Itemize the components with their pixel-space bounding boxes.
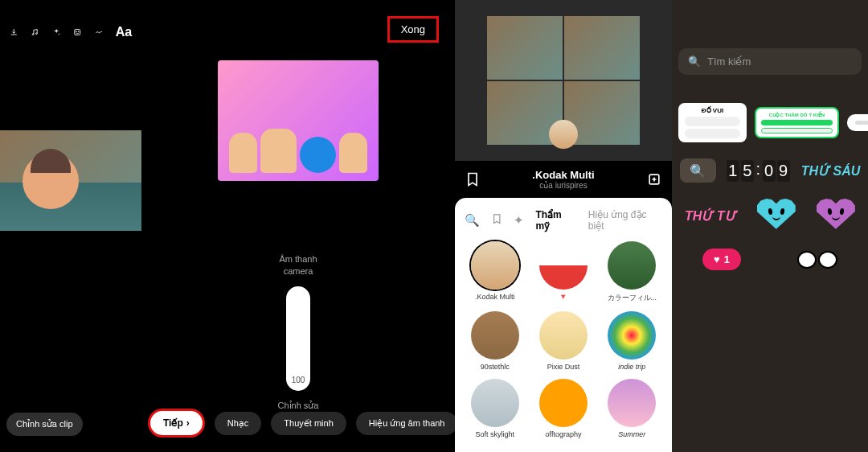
tab-narration[interactable]: Thuyết minh	[271, 412, 346, 435]
effect-item-name: offtography	[533, 430, 593, 438]
effect-item-name: .Kodak Multi	[465, 293, 525, 301]
quiz-sticker[interactable]: ĐỐ VUI	[678, 103, 747, 142]
chevron-right-icon: ›	[186, 417, 190, 429]
sticker-icon[interactable]	[73, 24, 81, 40]
tab-special[interactable]: Hiệu ứng đặc biệt	[588, 209, 662, 232]
effect-item[interactable]: Pixie Dust	[533, 311, 593, 371]
preview-characters	[218, 60, 379, 181]
effect-item[interactable]: indie trip	[602, 311, 662, 371]
like-badge-sticker[interactable]: ♥ 1	[702, 249, 741, 270]
done-button[interactable]: Xong	[387, 16, 439, 43]
effect-item-name: Pixie Dust	[533, 363, 593, 371]
add-to-collection-icon[interactable]	[646, 171, 662, 187]
music-icon[interactable]	[31, 24, 39, 40]
effect-thumb	[539, 311, 588, 360]
tab-sound-effect[interactable]: Hiệu ứng âm thanh	[356, 412, 458, 435]
effect-item-name: indie trip	[602, 363, 662, 371]
effect-thumb	[539, 241, 588, 290]
volume-slider[interactable]: 100	[286, 286, 310, 391]
text-icon[interactable]: Aa	[116, 24, 132, 40]
effect-author: của iurispires	[481, 181, 646, 190]
search-sticker[interactable]: 🔍	[680, 158, 716, 183]
video-preview[interactable]	[0, 130, 141, 231]
next-button[interactable]: Tiếp ›	[148, 409, 205, 438]
effect-item[interactable]: Summer	[602, 379, 662, 438]
slider-value: 100	[292, 376, 305, 384]
sparkle-icon[interactable]	[52, 24, 60, 40]
video-preview[interactable]	[218, 60, 379, 181]
emoji-slider-sticker[interactable]	[847, 114, 868, 131]
effect-item[interactable]: 90stethlc	[465, 311, 525, 371]
heart-sticker-purple[interactable]	[817, 199, 855, 232]
poll-sticker[interactable]: CUỘC THĂM DÒ Ý KIẾN	[755, 107, 839, 138]
draw-icon[interactable]	[95, 24, 103, 40]
search-placeholder: Tìm kiếm	[707, 55, 751, 68]
search-input[interactable]: 🔍 Tìm kiếm	[678, 48, 862, 75]
bookmark-icon[interactable]	[465, 171, 481, 187]
time-sticker[interactable]: 15:09	[727, 160, 790, 182]
effect-thumb	[471, 311, 519, 360]
audio-label: Âm thanh camera	[141, 253, 455, 278]
svg-point-1	[36, 33, 38, 35]
sparkle-tab-icon[interactable]: ✦	[514, 213, 524, 228]
effect-item-name: 🔻	[533, 293, 593, 301]
effect-item-name: 90stethlc	[465, 363, 525, 371]
tab-aesthetic[interactable]: Thẩm mỹ	[535, 209, 576, 232]
effect-thumb	[608, 379, 656, 427]
heart-icon: ♥	[714, 253, 720, 265]
bookmark-tab-icon[interactable]	[491, 213, 502, 227]
tab-music[interactable]: Nhạc	[215, 412, 262, 435]
search-icon: 🔍	[688, 55, 701, 68]
svg-point-0	[33, 34, 35, 35]
svg-rect-2	[75, 30, 80, 35]
effect-item[interactable]: Soft skylight	[465, 379, 525, 438]
effect-thumb	[608, 311, 656, 360]
effect-item[interactable]: offtography	[533, 379, 593, 438]
effect-thumbnail	[549, 120, 578, 149]
effect-item-name: Soft skylight	[465, 430, 525, 438]
effect-item[interactable]: .Kodak Multi	[465, 241, 525, 303]
download-icon[interactable]	[10, 24, 18, 40]
effect-item-name: Summer	[602, 430, 662, 438]
effect-thumb	[608, 241, 656, 290]
effect-thumb	[539, 379, 588, 427]
glasses-sticker[interactable]	[797, 251, 837, 269]
search-icon[interactable]: 🔍	[465, 213, 480, 228]
effect-item[interactable]: カラーフィル...	[602, 241, 662, 303]
effect-item-name: カラーフィル...	[602, 293, 662, 303]
day-sticker-friday[interactable]: THỨ SÁU	[801, 163, 861, 179]
effect-thumb	[471, 379, 519, 427]
effect-name: .Kodak Multi	[481, 169, 646, 181]
day-sticker-wednesday[interactable]: THỨ TƯ	[685, 208, 736, 224]
effect-item[interactable]: 🔻	[533, 241, 593, 303]
effect-thumb	[471, 241, 519, 290]
svg-point-3	[76, 31, 77, 32]
svg-point-4	[78, 31, 79, 32]
edit-clip-button[interactable]: Chỉnh sửa clip	[6, 413, 83, 436]
effect-preview	[455, 0, 672, 161]
preview-character	[23, 153, 79, 209]
heart-sticker-blue[interactable]	[757, 199, 796, 232]
